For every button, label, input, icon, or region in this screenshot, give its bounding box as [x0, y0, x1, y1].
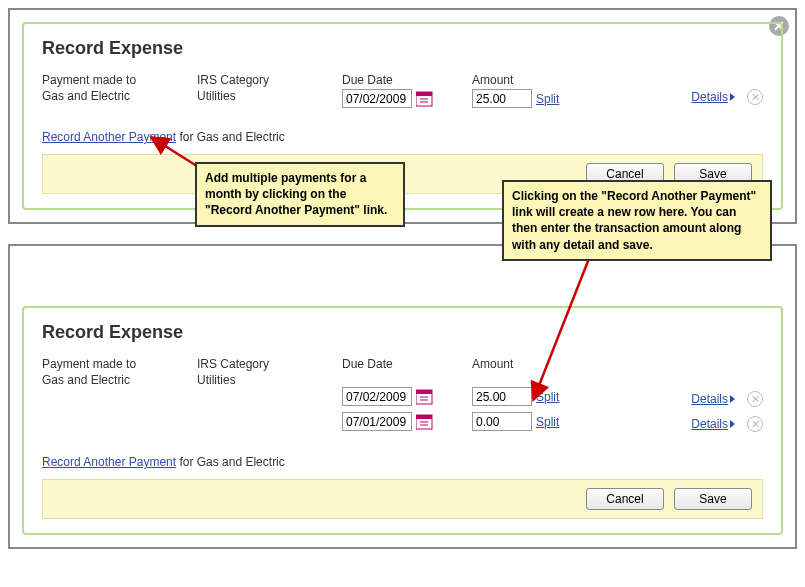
details-text: Details	[691, 392, 728, 406]
page-title: Record Expense	[42, 322, 763, 343]
field-row: Payment made to Gas and Electric IRS Cat…	[42, 73, 763, 112]
due-label: Due Date	[342, 357, 472, 371]
header-row: Payment made to Gas and Electric IRS Cat…	[42, 357, 763, 387]
button-bar: Cancel Save	[42, 479, 763, 519]
due-date-input[interactable]	[342, 89, 412, 108]
payment-value: Gas and Electric	[42, 89, 197, 103]
payment-value: Gas and Electric	[42, 373, 197, 387]
data-rows: SplitDetails✕SplitDetails✕	[42, 387, 763, 437]
save-button[interactable]: Save	[674, 488, 752, 510]
due-label: Due Date	[342, 73, 472, 87]
due-date-input[interactable]	[342, 412, 412, 431]
details-text: Details	[691, 90, 728, 104]
delete-row-icon[interactable]: ✕	[747, 416, 763, 432]
delete-row-icon[interactable]: ✕	[747, 391, 763, 407]
svg-rect-6	[416, 390, 432, 394]
callout-tooltip: Add multiple payments for a month by cli…	[195, 162, 405, 227]
callout-tooltip: Clicking on the "Record Another Payment"…	[502, 180, 772, 261]
split-link[interactable]: Split	[536, 92, 559, 106]
due-date-input[interactable]	[342, 387, 412, 406]
chevron-right-icon	[730, 420, 735, 428]
svg-rect-1	[416, 92, 432, 96]
details-link[interactable]: Details	[691, 90, 735, 104]
record-another-link[interactable]: Record Another Payment	[42, 455, 176, 469]
split-link[interactable]: Split	[536, 415, 559, 429]
category-label: IRS Category	[197, 357, 342, 371]
cancel-button[interactable]: Cancel	[586, 488, 664, 510]
category-value: Utilities	[197, 373, 342, 387]
amount-input[interactable]	[472, 89, 532, 108]
svg-line-13	[538, 256, 590, 388]
details-link[interactable]: Details	[691, 392, 735, 406]
calendar-icon[interactable]	[416, 388, 434, 405]
table-row: SplitDetails✕	[42, 387, 763, 410]
record-another-suffix: for Gas and Electric	[176, 455, 285, 469]
calendar-icon[interactable]	[416, 413, 434, 430]
payment-label: Payment made to	[42, 73, 197, 87]
record-another-line: Record Another Payment for Gas and Elect…	[42, 455, 763, 469]
chevron-right-icon	[730, 93, 735, 101]
arrow-icon	[530, 256, 650, 406]
table-row: SplitDetails✕	[42, 412, 763, 435]
category-label: IRS Category	[197, 73, 342, 87]
amount-label: Amount	[472, 73, 587, 87]
details-text: Details	[691, 417, 728, 431]
chevron-right-icon	[730, 395, 735, 403]
record-expense-box-2: Record Expense Payment made to Gas and E…	[22, 306, 783, 535]
page-title: Record Expense	[42, 38, 763, 59]
calendar-icon[interactable]	[416, 90, 434, 107]
svg-rect-10	[416, 415, 432, 419]
panel-2: Record Expense Payment made to Gas and E…	[8, 244, 797, 549]
category-value: Utilities	[197, 89, 342, 103]
payment-label: Payment made to	[42, 357, 197, 371]
details-link[interactable]: Details	[691, 417, 735, 431]
amount-input[interactable]	[472, 387, 532, 406]
delete-row-icon[interactable]: ✕	[747, 89, 763, 105]
amount-input[interactable]	[472, 412, 532, 431]
